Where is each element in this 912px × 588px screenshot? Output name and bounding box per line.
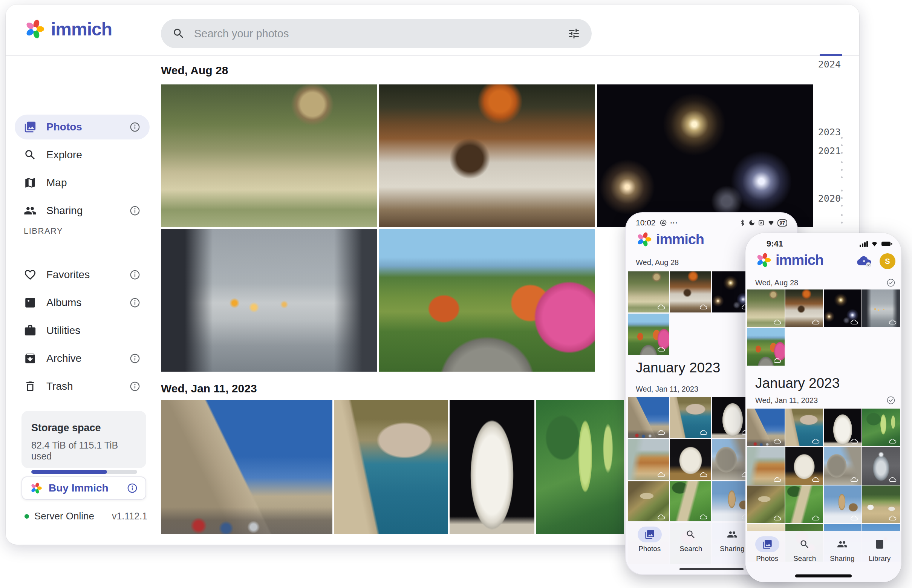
cloud-backup-badge-icon	[773, 438, 781, 444]
buy-immich-button[interactable]: Buy Immich	[21, 477, 146, 500]
photo-winter-church[interactable]	[824, 485, 862, 523]
info-icon[interactable]	[129, 205, 140, 216]
photo-autumn-path[interactable]	[628, 313, 669, 355]
photo-castle-walls[interactable]	[628, 397, 669, 438]
photo-lizard-log[interactable]	[628, 481, 669, 522]
scrubber-year-2024: 2024	[809, 59, 841, 70]
home-indicator[interactable]	[795, 574, 852, 577]
cloud-backup-badge-icon	[850, 319, 858, 325]
photo-autumn-dinner[interactable]	[785, 289, 823, 327]
info-icon[interactable]	[129, 297, 140, 309]
search-bar[interactable]	[161, 19, 592, 48]
photo-autumn-dinner[interactable]	[670, 271, 711, 312]
photo-beach-cliff[interactable]	[747, 447, 784, 485]
server-status-row: Server Online v1.112.1	[24, 510, 147, 522]
photo-holding-hands[interactable]	[862, 289, 900, 327]
photo-grid-row	[161, 84, 813, 227]
select-all-check-icon[interactable]	[886, 396, 896, 405]
sidebar-item-albums[interactable]: Albums	[15, 290, 150, 315]
photo-lizard-moss[interactable]	[785, 485, 823, 523]
scrubber-position-indicator	[820, 54, 842, 56]
home-indicator[interactable]	[680, 568, 744, 570]
immich-marketing-composite: immich Upload Administration S	[0, 0, 912, 588]
info-icon[interactable]	[129, 269, 140, 280]
albums-icon	[24, 296, 37, 309]
photo-monkeys-zoo[interactable]	[747, 289, 784, 327]
photo-lizard-moss[interactable]	[670, 481, 711, 522]
search-input[interactable]	[193, 27, 559, 40]
sidebar-label: Utilities	[46, 325, 140, 337]
photo-castle-walls[interactable]	[747, 409, 784, 446]
sidebar-item-utilities[interactable]: Utilities	[15, 318, 150, 343]
photo-grid-row	[161, 400, 624, 534]
nav-item-sharing[interactable]: Sharing	[826, 536, 859, 563]
filter-icon[interactable]	[568, 27, 580, 40]
user-avatar[interactable]: S	[880, 253, 896, 269]
photo-coastal-town[interactable]	[334, 400, 448, 534]
photo-beach-cliff[interactable]	[628, 439, 669, 480]
photo-fireworks[interactable]	[824, 289, 862, 327]
photo-silver-trophy[interactable]	[862, 447, 900, 485]
info-icon[interactable]	[127, 483, 138, 494]
nav-item-search[interactable]: Search	[788, 536, 821, 563]
cloud-backup-badge-icon	[657, 430, 665, 435]
photo-marble-bust[interactable]	[824, 409, 862, 446]
nav-item-photos[interactable]: Photos	[751, 536, 783, 563]
photo-castle-walls[interactable]	[161, 400, 333, 534]
immich-flower-icon	[636, 231, 652, 248]
sidebar-item-explore[interactable]: Explore	[15, 142, 150, 167]
more-notifications-icon: ⋯	[670, 218, 679, 227]
heart-icon	[24, 268, 37, 281]
info-icon[interactable]	[129, 381, 140, 392]
photo-monkeys-zoo[interactable]	[628, 271, 669, 312]
photo-lizard-log[interactable]	[747, 485, 784, 523]
sidebar-item-sharing[interactable]: Sharing	[15, 198, 150, 223]
photo-sea-grapes[interactable]	[862, 409, 900, 446]
select-all-check-icon[interactable]	[886, 278, 896, 287]
info-icon[interactable]	[129, 353, 140, 364]
cloud-backup-badge-icon	[812, 438, 820, 444]
server-version: v1.112.1	[112, 511, 147, 522]
scrubber-year-2021: 2021	[809, 145, 841, 157]
photo-sea-grapes[interactable]	[536, 400, 624, 534]
nav-item-photos[interactable]: Photos	[633, 527, 666, 553]
cloud-backup-badge-icon	[699, 514, 707, 519]
cloud-backup-badge-icon	[657, 304, 665, 309]
sidebar-item-favorites[interactable]: Favorites	[15, 262, 150, 287]
cloud-backup-badge-icon	[773, 477, 781, 482]
photo-marble-bust[interactable]	[450, 400, 534, 534]
photo-monkeys-zoo[interactable]	[161, 84, 377, 227]
photo-fireworks[interactable]	[597, 84, 813, 227]
sidebar-item-trash[interactable]: Trash	[15, 374, 150, 399]
ios-phone-mockup: 9:41 immich S	[746, 233, 901, 582]
status-time: 10:02	[636, 218, 656, 227]
photo-coastal-town[interactable]	[785, 409, 823, 446]
sidebar-item-map[interactable]: Map	[15, 170, 150, 195]
cloud-backup-badge-icon	[850, 477, 858, 482]
cloud-backup-badge-icon	[812, 477, 820, 482]
sidebar-item-photos[interactable]: Photos	[15, 115, 150, 139]
info-icon[interactable]	[129, 121, 140, 132]
photo-autumn-dinner[interactable]	[379, 84, 596, 227]
nav-item-search[interactable]: Search	[675, 527, 707, 553]
photo-coastal-town[interactable]	[670, 397, 711, 438]
photo-stone-ruins[interactable]	[824, 447, 862, 485]
cloud-backup-badge-icon	[699, 472, 707, 477]
sidebar-item-archive[interactable]: Archive	[15, 346, 150, 371]
nav-item-library[interactable]: Library	[864, 536, 896, 563]
cloud-backup-icon[interactable]	[856, 254, 873, 268]
photo-autumn-path[interactable]	[379, 229, 596, 372]
scrubber-tick-dots	[841, 214, 843, 223]
brand-name: immich	[656, 231, 704, 248]
nav-item-sharing[interactable]: Sharing	[716, 527, 749, 553]
photo-holding-hands[interactable]	[161, 229, 377, 372]
cloud-backup-badge-icon	[889, 515, 897, 520]
photo-autumn-path[interactable]	[747, 328, 784, 366]
photo-rock-sculpture[interactable]	[785, 447, 823, 485]
photo-rock-sculpture[interactable]	[670, 439, 711, 480]
cloud-backup-badge-icon	[889, 319, 897, 325]
scrubber-tick-dots	[841, 137, 843, 154]
search-icon	[172, 27, 185, 40]
photo-alpine-village[interactable]	[862, 485, 900, 523]
immich-logo[interactable]: immich	[24, 18, 112, 40]
